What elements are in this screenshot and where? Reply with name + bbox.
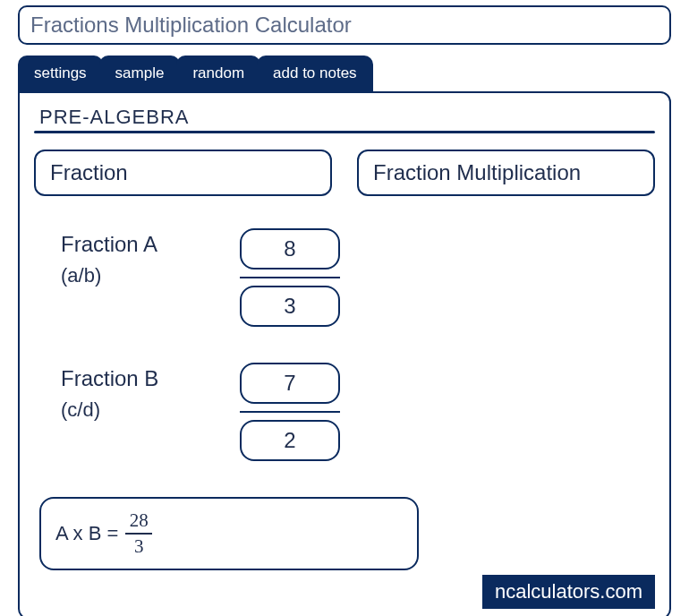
section-heading: PRE-ALGEBRA [39,106,655,129]
brand-badge: ncalculators.com [482,575,655,609]
result-prefix: A x B = [55,522,118,545]
fraction-b-input [240,363,340,461]
mode-chips: Fraction Fraction Multiplication [34,150,655,196]
fraction-a-sublabel: (a/b) [61,261,240,290]
fraction-b-label: Fraction B (c/d) [61,363,240,424]
result-fraction: 28 3 [125,511,152,556]
tab-sample[interactable]: sample [99,56,181,93]
fraction-b-bar [240,411,340,413]
fraction-b-row: Fraction B (c/d) [34,363,655,461]
fraction-a-numerator[interactable] [240,228,340,270]
fraction-a-input [240,228,340,327]
main-panel: PRE-ALGEBRA Fraction Fraction Multiplica… [18,91,671,616]
fraction-a-denominator[interactable] [240,286,340,327]
fraction-a-label: Fraction A (a/b) [61,228,240,290]
tab-settings[interactable]: settings [18,56,103,93]
tab-bar: settings sample random add to notes [18,56,689,93]
page-title: Fractions Multiplication Calculator [18,5,671,45]
fraction-b-numerator[interactable] [240,363,340,404]
chip-fraction-multiplication[interactable]: Fraction Multiplication [357,150,655,196]
result-numerator: 28 [130,511,149,533]
tab-add-to-notes[interactable]: add to notes [257,56,373,93]
section-rule [34,131,655,133]
result-box: A x B = 28 3 [39,497,419,570]
fraction-b-label-text: Fraction B [61,363,240,395]
fraction-b-denominator[interactable] [240,420,340,461]
tab-random[interactable]: random [176,56,260,93]
fraction-b-sublabel: (c/d) [61,395,240,424]
result-denominator: 3 [134,535,144,556]
fraction-a-row: Fraction A (a/b) [34,228,655,327]
chip-fraction[interactable]: Fraction [34,150,332,196]
fraction-a-bar [240,277,340,278]
fraction-a-label-text: Fraction A [61,228,240,261]
